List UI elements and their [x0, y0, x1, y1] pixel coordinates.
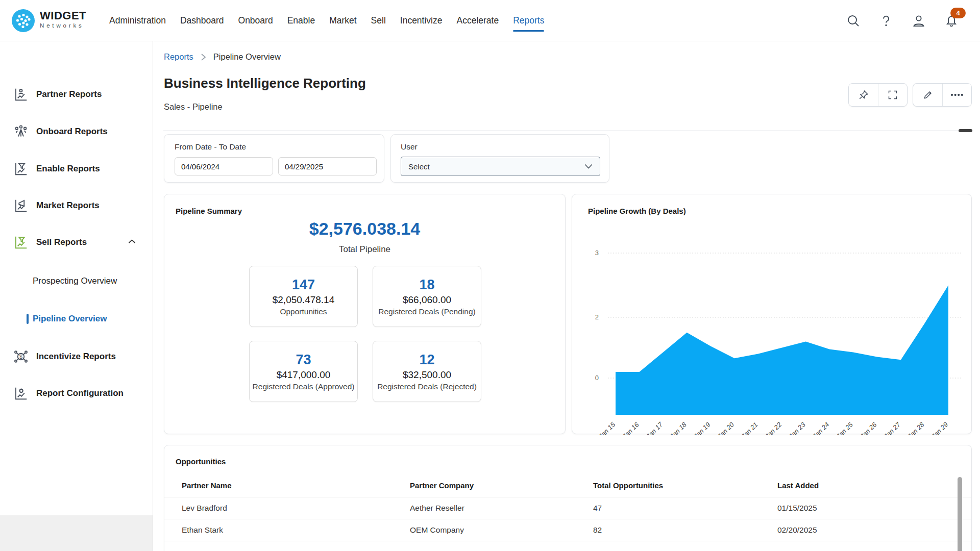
total-pipeline-value: $2,576.038.14 [164, 219, 565, 239]
horizontal-scrollbar-thumb[interactable] [959, 129, 972, 132]
col-total-opportunities: Total Opportunities [593, 481, 777, 490]
sidebar-item-enable-reports[interactable]: Enable Reports [0, 158, 153, 180]
opportunities-table: Partner Name Partner Company Total Oppor… [164, 481, 971, 551]
vertical-scrollbar-thumb[interactable] [958, 477, 962, 551]
col-partner-name: Partner Name [182, 481, 410, 490]
pin-report-button[interactable] [849, 84, 878, 106]
report-area-divider [163, 131, 973, 131]
svg-text:0: 0 [595, 374, 599, 382]
cell-total-opportunities: 82 [593, 525, 777, 535]
cell-last-added: 01/15/2025 [777, 504, 971, 513]
main-navigation: Administration Dashboard Onboard Enable … [109, 0, 544, 41]
sidebar-item-sell-reports[interactable]: Sell Reports [0, 231, 153, 254]
kpi-amount: $66,060.00 [403, 294, 451, 306]
active-item-indicator [27, 314, 29, 324]
sidebar-subitem-pipeline-overview[interactable]: Pipeline Overview [33, 309, 150, 329]
sidebar-item-label: Report Configuration [36, 388, 124, 398]
user-select-dropdown[interactable]: Select [401, 157, 600, 176]
nav-item-market[interactable]: Market [329, 0, 356, 41]
search-icon[interactable] [846, 14, 861, 28]
sidebar-item-partner-reports[interactable]: Partner Reports [0, 83, 153, 106]
date-filter-card: From Date - To Date [164, 134, 384, 183]
cell-partner-company: Aether Reseller [410, 504, 593, 513]
nav-item-reports[interactable]: Reports [513, 0, 544, 41]
kpi-tile-opportunities: 147 $2,050.478.14 Opportunities [249, 266, 358, 327]
more-options-button[interactable] [942, 84, 971, 106]
nav-item-dashboard[interactable]: Dashboard [180, 0, 224, 41]
breadcrumb: Reports Pipeline Overview [164, 52, 281, 62]
pipeline-growth-title: Pipeline Growth (By Deals) [588, 207, 686, 215]
nav-item-sell[interactable]: Sell [371, 0, 386, 41]
col-last-added: Last Added [777, 481, 971, 490]
svg-text:Jan 25: Jan 25 [835, 420, 854, 435]
user-select-value: Select [408, 162, 430, 171]
cell-partner-company: OEM Company [410, 525, 593, 535]
to-date-input[interactable] [278, 157, 377, 176]
help-icon[interactable] [879, 14, 893, 28]
kpi-label: Opportunities [280, 307, 327, 316]
partner-reports-icon [13, 87, 29, 102]
kpi-count: 12 [419, 352, 434, 368]
sidebar-item-label: Enable Reports [36, 164, 100, 174]
sidebar-item-label: Incentivize Reports [36, 352, 116, 362]
svg-text:3: 3 [595, 249, 599, 257]
pipeline-summary-title: Pipeline Summary [176, 207, 242, 215]
kpi-amount: $417,000.00 [277, 369, 331, 381]
table-row-clipped [164, 541, 971, 551]
sidebar-item-label: Partner Reports [36, 89, 102, 99]
from-date-input[interactable] [175, 157, 273, 176]
fullscreen-button[interactable] [878, 84, 907, 106]
user-icon[interactable] [912, 14, 926, 28]
svg-text:Jan 20: Jan 20 [716, 420, 736, 435]
sidebar-subitem-prospecting-overview[interactable]: Prospecting Overview [33, 271, 150, 291]
svg-text:$: $ [19, 354, 22, 360]
nav-item-onboard[interactable]: Onboard [238, 0, 273, 41]
breadcrumb-chevron-icon [201, 53, 206, 61]
notification-count-badge[interactable]: 4 [950, 8, 966, 18]
sell-reports-icon [13, 235, 29, 250]
sidebar-item-report-configuration[interactable]: Report Configuration [0, 382, 153, 405]
notifications-bell-icon[interactable]: 4 [944, 14, 959, 28]
pipeline-summary-card: Pipeline Summary $2,576.038.14 Total Pip… [164, 194, 566, 434]
svg-text:Jan 26: Jan 26 [858, 420, 878, 435]
application-window: WIDGET Networks Administration Dashboard… [0, 0, 980, 551]
svg-text:Jan 17: Jan 17 [644, 420, 664, 435]
sidebar-item-onboard-reports[interactable]: Onboard Reports [0, 120, 153, 143]
nav-item-incentivize[interactable]: Incentivize [400, 0, 443, 41]
opportunities-card: Opportunities Partner Name Partner Compa… [164, 445, 972, 551]
svg-text:Jan 22: Jan 22 [763, 420, 783, 435]
nav-item-enable[interactable]: Enable [287, 0, 315, 41]
market-reports-icon [13, 198, 29, 213]
sidebar-item-label: Market Reports [36, 201, 100, 211]
kpi-tile-deals-approved: 73 $417,000.00 Registered Deals (Approve… [249, 341, 358, 402]
sidebar-item-market-reports[interactable]: Market Reports [0, 194, 153, 217]
svg-text:Jan 19: Jan 19 [692, 421, 712, 435]
brand-title: WIDGET [40, 10, 86, 22]
cell-total-opportunities: 47 [593, 504, 777, 513]
kpi-amount: $2,050.478.14 [273, 294, 335, 306]
col-partner-company: Partner Company [410, 481, 593, 490]
sidebar-item-incentivize-reports[interactable]: $ Incentivize Reports [0, 345, 153, 368]
kpi-tile-deals-rejected: 12 $32,500.00 Registered Deals (Rejected… [373, 341, 481, 402]
sidebar-subitem-label: Pipeline Overview [33, 314, 107, 324]
pipeline-growth-area-chart: 320Jan 15Jan 16Jan 17Jan 18Jan 19Jan 20J… [572, 194, 972, 435]
chevron-up-icon[interactable] [128, 239, 136, 244]
kpi-label: Registered Deals (Rejected) [377, 382, 477, 391]
kpi-label: Registered Deals (Pending) [378, 307, 475, 316]
top-icon-group: 4 [846, 0, 959, 41]
edit-button[interactable] [913, 84, 942, 106]
sidebar-item-label: Sell Reports [36, 237, 87, 247]
nav-item-administration[interactable]: Administration [109, 0, 166, 41]
report-configuration-icon [13, 386, 29, 401]
total-pipeline-label: Total Pipeline [164, 244, 565, 255]
svg-text:Jan 29: Jan 29 [929, 421, 949, 435]
breadcrumb-reports-link[interactable]: Reports [164, 52, 193, 62]
svg-text:Jan 16: Jan 16 [621, 420, 641, 435]
svg-text:Jan 28: Jan 28 [906, 420, 926, 435]
report-toolbar-group-2 [913, 83, 972, 107]
sidebar-footer-area [0, 515, 153, 551]
nav-item-accelerate[interactable]: Accelerate [456, 0, 499, 41]
widget-networks-logo[interactable] [11, 9, 35, 33]
report-toolbar-group-1 [848, 83, 908, 107]
opportunities-title: Opportunities [176, 457, 226, 466]
